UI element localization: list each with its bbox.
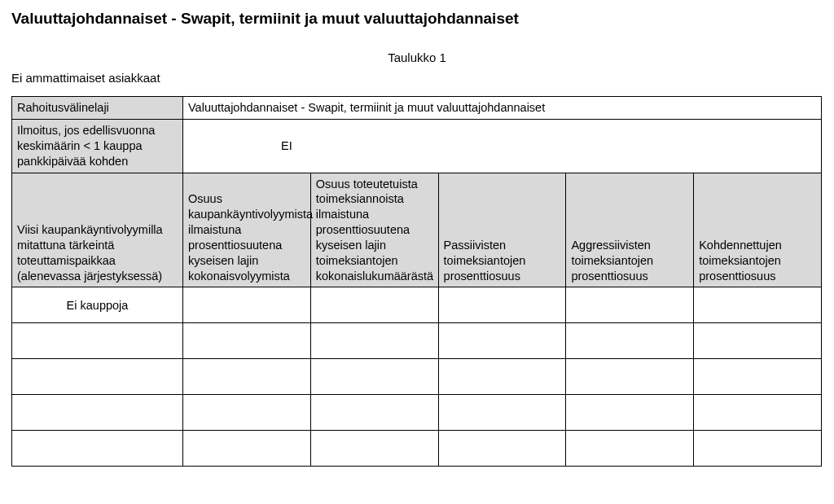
table-row bbox=[12, 359, 822, 395]
cell bbox=[310, 431, 438, 467]
column-header-row: Viisi kaupankäyntivolyymilla mitattuna t… bbox=[12, 173, 822, 287]
cell bbox=[183, 431, 311, 467]
info-value: Valuuttajohdannaiset - Swapit, termiinit… bbox=[183, 97, 822, 120]
table-label: Taulukko 1 bbox=[11, 50, 823, 64]
cell bbox=[183, 323, 311, 359]
cell bbox=[438, 395, 566, 431]
table-row: Ei kauppoja bbox=[12, 287, 822, 323]
cell bbox=[694, 359, 822, 395]
cell bbox=[694, 323, 822, 359]
cell bbox=[310, 359, 438, 395]
cell bbox=[438, 323, 566, 359]
cell bbox=[566, 359, 694, 395]
cell bbox=[310, 323, 438, 359]
cell: Ei kauppoja bbox=[12, 287, 183, 323]
cell bbox=[183, 287, 311, 323]
info-row: Rahoitusvälinelaji Valuuttajohdannaiset … bbox=[12, 97, 822, 120]
subtitle: Ei ammattimaiset asiakkaat bbox=[11, 71, 823, 85]
cell bbox=[12, 323, 183, 359]
cell bbox=[566, 431, 694, 467]
table-row bbox=[12, 323, 822, 359]
cell bbox=[12, 359, 183, 395]
table-row bbox=[12, 395, 822, 431]
cell bbox=[12, 395, 183, 431]
column-header: Osuus toteutetuista toimeksiannoista ilm… bbox=[310, 173, 438, 287]
page-title: Valuuttajohdannaiset - Swapit, termiinit… bbox=[11, 10, 823, 28]
cell bbox=[310, 287, 438, 323]
cell bbox=[438, 287, 566, 323]
cell bbox=[438, 431, 566, 467]
info-label: Ilmoitus, jos edellisvuonna keskimäärin … bbox=[12, 120, 183, 173]
info-row: Ilmoitus, jos edellisvuonna keskimäärin … bbox=[12, 120, 822, 173]
cell bbox=[183, 359, 311, 395]
cell bbox=[694, 431, 822, 467]
cell bbox=[310, 395, 438, 431]
column-header: Aggressiivisten toimeksiantojen prosentt… bbox=[566, 173, 694, 287]
column-header: Viisi kaupankäyntivolyymilla mitattuna t… bbox=[12, 173, 183, 287]
column-header: Kohdennettujen toimeksiantojen prosentti… bbox=[694, 173, 822, 287]
cell bbox=[438, 359, 566, 395]
table-row bbox=[12, 431, 822, 467]
cell bbox=[694, 287, 822, 323]
column-header: Osuus kaupankäyntivolyymista ilmaistuna … bbox=[183, 173, 311, 287]
cell bbox=[566, 395, 694, 431]
cell bbox=[566, 287, 694, 323]
info-label: Rahoitusvälinelaji bbox=[12, 97, 183, 120]
cell bbox=[566, 323, 694, 359]
column-header: Passiivisten toimeksiantojen prosenttios… bbox=[438, 173, 566, 287]
cell bbox=[12, 431, 183, 467]
cell bbox=[694, 395, 822, 431]
main-table: Rahoitusvälinelaji Valuuttajohdannaiset … bbox=[11, 96, 822, 467]
cell bbox=[183, 395, 311, 431]
info-value: EI bbox=[183, 120, 822, 173]
